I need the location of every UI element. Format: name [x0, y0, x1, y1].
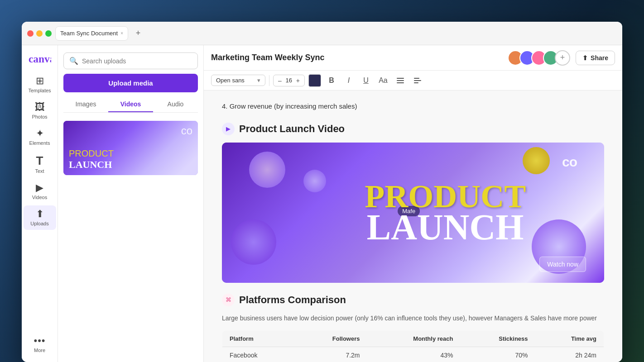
svg-rect-6 — [414, 82, 418, 83]
platforms-section-icon: ⌘ — [222, 294, 235, 306]
cell-time-avg: 2h 24m — [535, 347, 604, 362]
font-increase-button[interactable]: + — [295, 77, 301, 84]
bold-button[interactable]: B — [325, 74, 338, 87]
font-name: Open sans — [216, 77, 245, 84]
search-uploads-input[interactable] — [82, 57, 192, 65]
media-grid: co PRODUCT LAUNCH — [63, 117, 198, 179]
thumb-product-text: PRODUCT — [69, 148, 114, 159]
text-icon: T — [36, 155, 43, 167]
share-button[interactable]: ⬆ Share — [576, 51, 615, 65]
video-embed[interactable]: co Mafe PRODUCT LAUNCH Watch now — [222, 143, 604, 283]
table-row: Facebook 7.2m 43% 70% 2h 24m — [222, 347, 604, 362]
canva-logo[interactable]: canva — [26, 51, 53, 67]
video-product-word: PRODUCT — [365, 181, 526, 211]
underline-button[interactable]: U — [359, 74, 373, 87]
new-tab-button[interactable]: + — [132, 27, 144, 40]
section-header-platforms: ⌘ Platforms Comparison — [222, 294, 604, 306]
avatar-group: + — [511, 50, 570, 66]
traffic-lights — [27, 30, 52, 37]
more-icon: ••• — [34, 336, 45, 346]
sidebar-item-photos[interactable]: 🖼 Photos — [24, 99, 56, 123]
svg-rect-5 — [414, 80, 421, 81]
sidebar-label-videos: Videos — [32, 195, 47, 200]
tab-videos[interactable]: Videos — [108, 97, 153, 112]
close-traffic-light[interactable] — [27, 30, 34, 37]
case-button[interactable]: Aa — [376, 74, 390, 87]
font-divider — [269, 75, 269, 86]
document-tab[interactable]: Team Sync Document × — [55, 26, 128, 41]
sidebar-label-more: More — [34, 348, 45, 353]
sidebar-item-templates[interactable]: ⊞ Templates — [24, 72, 56, 97]
canva-icon-thumb: co — [181, 124, 192, 137]
tab-images[interactable]: Images — [63, 97, 108, 112]
thumb-launch-text: LAUNCH — [69, 159, 114, 171]
font-decrease-button[interactable]: – — [277, 77, 283, 84]
col-header-monthly-reach: Monthly reach — [367, 330, 461, 347]
sidebar-label-uploads: Uploads — [30, 221, 48, 226]
video-thumbnail-product-launch[interactable]: co PRODUCT LAUNCH — [63, 121, 198, 175]
video-launch-word: LAUNCH — [365, 211, 526, 243]
cell-stickiness: 70% — [460, 347, 535, 362]
sidebar-item-text[interactable]: T Text — [24, 151, 56, 177]
sidebar-item-uploads[interactable]: ⬆ Uploads — [24, 205, 56, 230]
sidebar-item-elements[interactable]: ✦ Elements — [24, 125, 56, 149]
watch-now-button[interactable]: Watch now — [539, 257, 586, 272]
media-tabs: Images Videos Audio — [63, 97, 198, 113]
sidebar-item-videos[interactable]: ▶ Videos — [24, 179, 56, 204]
add-collaborator-button[interactable]: + — [555, 50, 570, 66]
comparison-table: Platform Followers Monthly reach Stickin… — [222, 330, 604, 362]
photos-icon: 🖼 — [35, 102, 45, 112]
toolbar: Open sans ▾ – 16 + B I U Aa — [204, 71, 622, 90]
section-title-product-launch: Product Launch Video — [239, 123, 345, 135]
col-header-followers: Followers — [295, 330, 367, 347]
minimize-traffic-light[interactable] — [36, 30, 43, 37]
cell-monthly-reach: 43% — [367, 347, 461, 362]
section-title-platforms: Platforms Comparison — [239, 294, 346, 306]
thumb-label: PRODUCT LAUNCH — [69, 148, 114, 171]
upload-media-button[interactable]: Upload media — [63, 74, 198, 92]
main-area: canva ⊞ Templates 🖼 Photos ✦ Elements T … — [22, 45, 622, 362]
sidebar-label-text: Text — [35, 168, 44, 174]
tab-close-icon[interactable]: × — [120, 31, 123, 36]
italic-button[interactable]: I — [342, 74, 356, 87]
search-icon: 🔍 — [69, 57, 78, 65]
tab-audio[interactable]: Audio — [153, 97, 198, 112]
font-selector[interactable]: Open sans ▾ — [211, 75, 265, 86]
sidebar-label-elements: Elements — [29, 140, 50, 146]
sidebar-item-more[interactable]: ••• More — [24, 332, 56, 357]
svg-rect-3 — [397, 82, 404, 83]
templates-icon: ⊞ — [36, 76, 44, 86]
svg-text:canva: canva — [29, 53, 51, 65]
canva-logo-in-video: co — [562, 152, 577, 171]
sidebar: canva ⊞ Templates 🖼 Photos ✦ Elements T … — [22, 45, 58, 362]
list-button[interactable] — [394, 74, 407, 87]
svg-rect-1 — [397, 78, 404, 79]
search-uploads-box[interactable]: 🔍 — [63, 52, 198, 69]
cell-followers: 7.2m — [295, 347, 367, 362]
document-title: Marketing Team Weekly Sync — [211, 53, 324, 62]
product-launch-section: ▶ Product Launch Video co — [222, 123, 604, 283]
svg-rect-4 — [414, 78, 419, 79]
color-swatch[interactable] — [308, 74, 321, 87]
content-area: Marketing Team Weekly Sync + ⬆ Share Ope… — [204, 45, 622, 362]
document-content: 4. Grow revenue (by increasing merch sal… — [204, 90, 622, 362]
maximize-traffic-light[interactable] — [45, 30, 52, 37]
col-header-time-avg: Time avg — [535, 330, 604, 347]
font-chevron-icon: ▾ — [257, 77, 260, 84]
sidebar-label-photos: Photos — [32, 114, 47, 119]
share-icon: ⬆ — [582, 54, 588, 62]
font-size-group: – 16 + — [273, 75, 305, 86]
upload-panel: 🔍 Upload media Images Videos Audio co PR… — [58, 45, 204, 362]
header-bar: Marketing Team Weekly Sync + ⬆ Share — [204, 45, 622, 71]
product-launch-section-icon: ▶ — [222, 123, 235, 135]
app-window: Team Sync Document × + canva ⊞ Templates… — [22, 22, 622, 362]
videos-icon: ▶ — [36, 183, 43, 193]
font-size-value: 16 — [284, 77, 294, 84]
align-button[interactable] — [411, 74, 424, 87]
section-header-product-launch: ▶ Product Launch Video — [222, 123, 604, 135]
col-header-platform: Platform — [222, 330, 295, 347]
numbered-items-section: 4. Grow revenue (by increasing merch sal… — [222, 101, 604, 112]
platforms-comparison-section: ⌘ Platforms Comparison Large business us… — [222, 294, 604, 362]
platform-description: Large business users have low decision p… — [222, 314, 604, 323]
cell-platform: Facebook — [222, 347, 295, 362]
